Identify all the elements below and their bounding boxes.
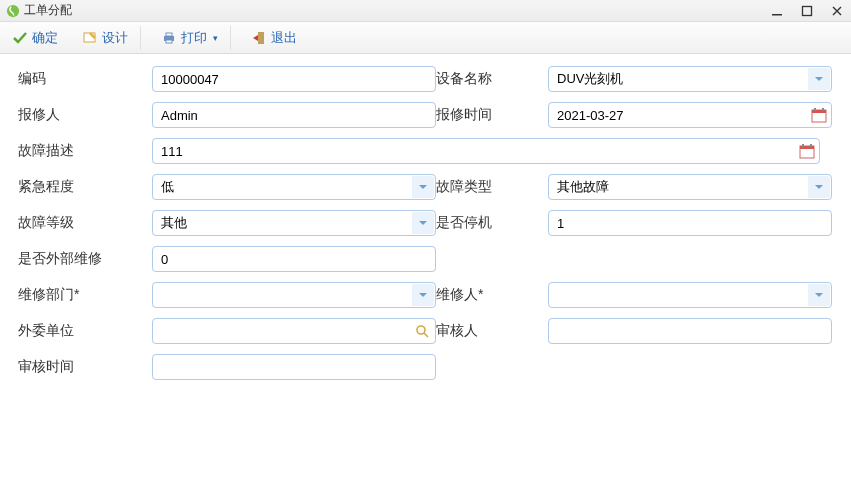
search-icon[interactable] bbox=[415, 324, 429, 338]
fault-desc-field[interactable] bbox=[152, 138, 820, 164]
label-audit-time: 审核时间 bbox=[18, 358, 152, 376]
toolbar: 确定 设计 打印 ▾ 退出 bbox=[0, 22, 851, 54]
minimize-button[interactable] bbox=[769, 3, 785, 19]
repair-dept-field[interactable] bbox=[152, 282, 436, 308]
reporter-field[interactable] bbox=[152, 102, 436, 128]
label-fault-level: 故障等级 bbox=[18, 214, 152, 232]
svg-rect-14 bbox=[802, 144, 804, 147]
label-auditor: 审核人 bbox=[436, 322, 548, 340]
svg-rect-10 bbox=[814, 108, 816, 111]
printer-icon bbox=[161, 30, 177, 46]
label-is-external: 是否外部维修 bbox=[18, 250, 152, 268]
is-external-input[interactable] bbox=[161, 247, 427, 271]
audit-time-input[interactable] bbox=[161, 355, 427, 379]
label-urgency: 紧急程度 bbox=[18, 178, 152, 196]
window-titlebar: 工单分配 bbox=[0, 0, 851, 22]
chevron-down-icon: ▾ bbox=[213, 33, 218, 43]
repair-dept-dropdown-icon[interactable] bbox=[412, 284, 434, 306]
exit-label: 退出 bbox=[271, 29, 297, 47]
repair-dept-input[interactable] bbox=[161, 283, 427, 307]
is-stopped-input[interactable] bbox=[557, 211, 823, 235]
confirm-button[interactable]: 确定 bbox=[8, 26, 62, 50]
outsource-unit-input[interactable] bbox=[161, 319, 427, 343]
fault-level-input[interactable] bbox=[161, 211, 427, 235]
urgency-input[interactable] bbox=[161, 175, 427, 199]
repairer-input[interactable] bbox=[557, 283, 823, 307]
label-device-name: 设备名称 bbox=[436, 70, 548, 88]
report-time-field[interactable] bbox=[548, 102, 832, 128]
repairer-field[interactable] bbox=[548, 282, 832, 308]
auditor-field[interactable] bbox=[548, 318, 832, 344]
repairer-dropdown-icon[interactable] bbox=[808, 284, 830, 306]
label-repair-dept: 维修部门* bbox=[18, 286, 152, 304]
svg-rect-5 bbox=[166, 33, 172, 36]
exit-icon bbox=[251, 30, 267, 46]
outsource-unit-field[interactable] bbox=[152, 318, 436, 344]
is-stopped-field[interactable] bbox=[548, 210, 832, 236]
svg-point-0 bbox=[7, 4, 19, 16]
window-title: 工单分配 bbox=[24, 2, 769, 19]
fault-type-dropdown-icon[interactable] bbox=[808, 176, 830, 198]
fault-type-input[interactable] bbox=[557, 175, 823, 199]
exit-button[interactable]: 退出 bbox=[247, 26, 301, 50]
fault-desc-input[interactable] bbox=[161, 139, 811, 163]
audit-time-field[interactable] bbox=[152, 354, 436, 380]
fault-level-field[interactable] bbox=[152, 210, 436, 236]
code-field[interactable] bbox=[152, 66, 436, 92]
label-reporter: 报修人 bbox=[18, 106, 152, 124]
svg-rect-1 bbox=[772, 14, 782, 16]
label-fault-type: 故障类型 bbox=[436, 178, 548, 196]
close-button[interactable] bbox=[829, 3, 845, 19]
maximize-button[interactable] bbox=[799, 3, 815, 19]
urgency-field[interactable] bbox=[152, 174, 436, 200]
svg-rect-2 bbox=[803, 6, 812, 15]
auditor-input[interactable] bbox=[557, 319, 823, 343]
app-icon bbox=[6, 4, 20, 18]
label-fault-desc: 故障描述 bbox=[18, 142, 152, 160]
device-name-dropdown-icon[interactable] bbox=[808, 68, 830, 90]
reporter-input[interactable] bbox=[161, 103, 427, 127]
report-time-input[interactable] bbox=[557, 103, 823, 127]
print-label: 打印 bbox=[181, 29, 207, 47]
calendar-icon[interactable] bbox=[799, 143, 815, 159]
device-name-input[interactable] bbox=[557, 67, 823, 91]
label-code: 编码 bbox=[18, 70, 152, 88]
form-area: 编码 设备名称 报修人 报修时间 故障描述 紧急程度 故障类型 故障等级 是否停… bbox=[0, 54, 851, 398]
design-icon bbox=[82, 30, 98, 46]
label-is-stopped: 是否停机 bbox=[436, 214, 548, 232]
calendar-icon[interactable] bbox=[811, 107, 827, 123]
label-report-time: 报修时间 bbox=[436, 106, 548, 124]
check-icon bbox=[12, 30, 28, 46]
is-external-field[interactable] bbox=[152, 246, 436, 272]
label-outsource-unit: 外委单位 bbox=[18, 322, 152, 340]
design-button[interactable]: 设计 bbox=[78, 26, 141, 50]
fault-level-dropdown-icon[interactable] bbox=[412, 212, 434, 234]
svg-rect-6 bbox=[166, 40, 172, 43]
code-input[interactable] bbox=[161, 67, 427, 91]
svg-rect-15 bbox=[810, 144, 812, 147]
device-name-field[interactable] bbox=[548, 66, 832, 92]
fault-type-field[interactable] bbox=[548, 174, 832, 200]
svg-rect-11 bbox=[822, 108, 824, 111]
svg-point-16 bbox=[417, 326, 425, 334]
svg-rect-7 bbox=[258, 32, 264, 44]
confirm-label: 确定 bbox=[32, 29, 58, 47]
print-button[interactable]: 打印 ▾ bbox=[157, 26, 231, 50]
label-repairer: 维修人* bbox=[436, 286, 548, 304]
design-label: 设计 bbox=[102, 29, 128, 47]
urgency-dropdown-icon[interactable] bbox=[412, 176, 434, 198]
